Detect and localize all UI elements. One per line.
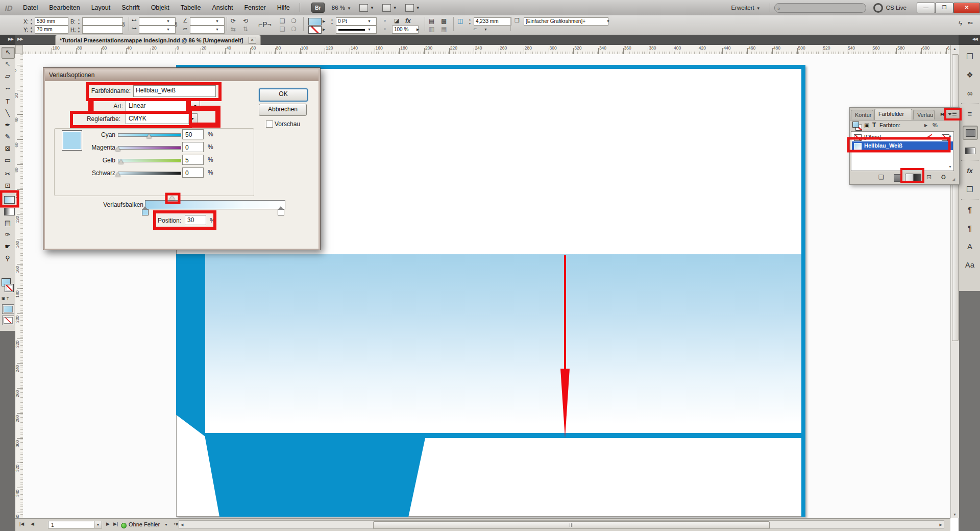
ruler-corner[interactable]	[15, 45, 23, 54]
gradient-midpoint-marker[interactable]	[169, 196, 175, 200]
workspace-switcher[interactable]: Erweitert▼	[731, 5, 760, 11]
shear-field[interactable]	[190, 26, 225, 34]
textwrap-jump-icon[interactable]: ▦	[441, 26, 447, 33]
paragraph-panel[interactable]: ¶	[963, 203, 977, 216]
stop-color-dropdown[interactable]: CMYK▼	[126, 113, 198, 124]
panel-tab-farbfelder[interactable]: Farbfelder	[874, 109, 912, 120]
preflight-menu-icon[interactable]: ▼	[164, 523, 168, 526]
tab-close-icon[interactable]: ✕	[249, 37, 256, 44]
slider-track-magenta[interactable]	[118, 146, 181, 150]
frame-tool[interactable]: ⊠	[2, 143, 14, 154]
rotate-cw-icon[interactable]: ⟳	[231, 17, 236, 25]
menu-fenster[interactable]: Fenster	[238, 1, 271, 15]
select-previous-icon[interactable]: ❑	[280, 26, 285, 33]
slider-thumb-magenta[interactable]	[115, 147, 120, 151]
gradient-feather-tool[interactable]	[2, 206, 14, 216]
cancel-button[interactable]: Abbrechen	[259, 104, 307, 116]
object-styles-panel[interactable]: ❒	[963, 183, 977, 196]
horizontal-scroll-thumb[interactable]	[373, 521, 770, 529]
swatch-row[interactable]: [Ohne]✒	[852, 133, 953, 141]
search-input[interactable]: ⌕	[774, 3, 866, 13]
screen-mode-icon[interactable]	[382, 4, 391, 12]
slider-track-gelb[interactable]	[118, 159, 181, 162]
show-gradient-swatches-icon[interactable]	[905, 174, 921, 182]
fill-stroke-indicator[interactable]	[1, 278, 14, 295]
panel-tab-verlau[interactable]: Verlau	[913, 110, 935, 119]
panel-fill-icon[interactable]	[852, 122, 859, 128]
y-field[interactable]: 70 mm	[35, 26, 68, 34]
eyedropper-tool[interactable]: ✑	[2, 229, 14, 240]
slider-thumb-gelb[interactable]	[118, 159, 124, 164]
scroll-down-icon[interactable]: ▼	[953, 513, 957, 516]
menu-ansicht[interactable]: Ansicht	[206, 1, 238, 15]
transparency-icon[interactable]: ◪	[394, 17, 399, 24]
corner-size-field[interactable]: 4,233 mm	[474, 17, 511, 26]
apply-color-button[interactable]	[2, 304, 14, 314]
select-container-icon[interactable]: ❑	[280, 17, 285, 25]
dialog-title-bar[interactable]: Verlaufsoptionen	[45, 69, 318, 81]
restore-button[interactable]: ❐	[935, 3, 953, 13]
bridge-button[interactable]: Br	[311, 3, 325, 13]
rotation-field[interactable]	[190, 17, 225, 26]
rotate-ccw-icon[interactable]: ⟲	[243, 17, 248, 25]
vertical-ruler[interactable]: 0204060801001201401601802002202402602803…	[15, 54, 23, 518]
scroll-right-icon[interactable]: ▶	[940, 523, 942, 527]
flip-horizontal-icon[interactable]: ⇆	[231, 26, 236, 33]
document-tab[interactable]: *Tutorial Praesentationsmappe Indesign.i…	[55, 35, 261, 45]
pages-panel[interactable]: ❐	[963, 50, 977, 63]
first-page-icon[interactable]: |◀	[19, 521, 24, 526]
gradient-ramp[interactable]	[145, 200, 285, 209]
menu-bearbeiten[interactable]: Bearbeiten	[43, 1, 85, 15]
character-panel[interactable]: A	[963, 240, 977, 253]
gap-tool[interactable]: ↔	[2, 82, 14, 93]
textwrap-object-icon[interactable]: ▥	[429, 26, 434, 33]
swatch-name-field[interactable]: Hellblau_Weiß	[133, 85, 216, 97]
type-tool[interactable]: T	[2, 96, 14, 107]
character-styles-panel[interactable]: Aa	[963, 258, 977, 272]
type-dropdown[interactable]: Linear▼	[126, 101, 200, 111]
fx-icon[interactable]: fx	[405, 17, 411, 25]
menu-tabelle[interactable]: Tabelle	[175, 1, 207, 15]
textwrap-bounding-icon[interactable]: ▩	[441, 17, 447, 25]
slider-value-magenta[interactable]: 0	[182, 142, 204, 152]
line-tool[interactable]: ╲	[2, 108, 14, 118]
tools-collapse-icon[interactable]: ▶▶	[0, 35, 15, 45]
text-format-icon[interactable]: T	[872, 122, 876, 129]
quick-apply-icon[interactable]: ϟ	[959, 19, 962, 27]
gradient-panel[interactable]	[963, 144, 977, 157]
next-page-icon[interactable]: ▶	[106, 521, 110, 526]
swatch-views-icon[interactable]: ❏	[878, 174, 884, 181]
gradient-tool[interactable]	[2, 194, 14, 205]
x-field[interactable]: 530 mm	[35, 17, 68, 26]
show-color-swatches-icon[interactable]	[894, 174, 901, 182]
preflight-status[interactable]: Ohne Fehler	[129, 521, 160, 527]
panel-menu-icon[interactable]	[948, 111, 957, 117]
gradient-stop-left[interactable]	[142, 209, 149, 215]
scroll-left-icon[interactable]: ◀	[181, 523, 183, 527]
select-content-icon[interactable]: ❍	[291, 17, 297, 25]
tab-overflow-icon[interactable]: ▶▶	[17, 37, 22, 41]
tint-slider-icon[interactable]: ▶	[924, 123, 927, 128]
vertical-scroll-thumb[interactable]	[952, 54, 959, 341]
height-field[interactable]	[82, 26, 123, 34]
folder-left-flap[interactable]	[176, 254, 205, 437]
arrange-documents-icon[interactable]	[405, 4, 414, 12]
select-next-icon[interactable]: ❍	[291, 26, 297, 33]
links-panel[interactable]: ∞	[963, 87, 977, 100]
pen-tool[interactable]: ✒	[2, 119, 14, 130]
swatch-row[interactable]: Hellblau_Weiß	[852, 141, 953, 150]
close-button[interactable]: ✕	[953, 3, 980, 13]
page-number-combo[interactable]: 1▼	[48, 521, 102, 528]
scale-x-field[interactable]	[139, 17, 176, 26]
panel-tab-kontur[interactable]: Kontur	[851, 110, 873, 119]
constrain-proportions-icon[interactable]: §	[122, 21, 125, 27]
panel-menu-icon[interactable]: ▾≡	[968, 20, 973, 26]
horizontal-ruler[interactable]: 1008060402002040608010012014016018020022…	[23, 45, 950, 55]
gradient-rectangle[interactable]	[205, 254, 801, 433]
slider-thumb-schwarz[interactable]	[115, 172, 120, 177]
pencil-tool[interactable]: ✎	[2, 131, 14, 142]
menu-datei[interactable]: Datei	[17, 1, 43, 15]
slider-thumb-cyan[interactable]	[146, 134, 152, 138]
gradient-stop-right[interactable]	[278, 209, 284, 215]
preview-checkbox[interactable]	[266, 120, 273, 128]
